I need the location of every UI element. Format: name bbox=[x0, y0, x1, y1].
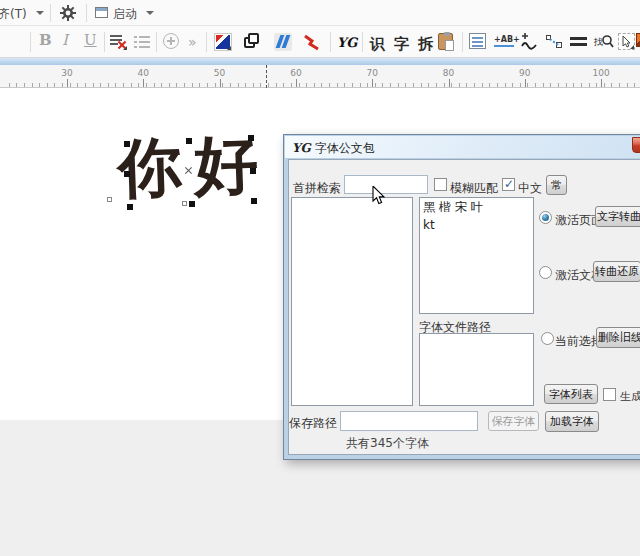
text-node-handle[interactable] bbox=[182, 201, 187, 206]
current-selection-radio[interactable] bbox=[541, 332, 554, 345]
font-path-listbox[interactable] bbox=[419, 333, 534, 406]
text-to-curve-button[interactable]: 文字转曲 bbox=[595, 206, 640, 227]
overlap-shapes-icon[interactable] bbox=[244, 33, 262, 51]
snap-dropdown-caret-icon[interactable] bbox=[36, 11, 44, 15]
radio-dot-icon bbox=[542, 214, 549, 221]
horizontal-ruler[interactable]: 30405060708090100 bbox=[0, 65, 640, 88]
result-listbox[interactable] bbox=[291, 197, 413, 406]
font-table-icon[interactable] bbox=[469, 33, 486, 49]
find-font-icon[interactable]: 找 bbox=[594, 33, 614, 51]
clipped-edge-icon[interactable] bbox=[636, 33, 640, 47]
font-name-listbox[interactable]: 黑 楷 宋 叶kt bbox=[419, 197, 534, 314]
ruler-tick-mark bbox=[296, 79, 297, 87]
delete-old-lines-button[interactable]: 删除旧线 bbox=[596, 327, 640, 348]
insert-text-icon[interactable]: +AB+ bbox=[494, 33, 514, 49]
check-icon: ✓ bbox=[504, 177, 514, 191]
ruler-tick-label: 90 bbox=[513, 68, 537, 78]
toolbar-text-plugins: B I U » bbox=[0, 26, 640, 58]
save-path-label: 保存路径 bbox=[289, 415, 337, 432]
activate-document-radio[interactable] bbox=[539, 266, 552, 279]
save-path-input[interactable] bbox=[340, 411, 478, 431]
distribute-objects-icon[interactable] bbox=[546, 33, 564, 51]
selection-handle-mid-right[interactable] bbox=[250, 168, 256, 174]
common-fonts-button[interactable]: 常 bbox=[546, 175, 567, 195]
activate-page-radio[interactable] bbox=[539, 211, 552, 224]
red-zigzag-icon[interactable] bbox=[303, 33, 321, 51]
toolbar-overflow-chevron[interactable]: » bbox=[188, 34, 197, 50]
ruler-tick-mark bbox=[143, 79, 144, 87]
selection-center-marker-icon[interactable] bbox=[184, 166, 193, 175]
yg-plugin-logo[interactable]: YG bbox=[337, 35, 357, 50]
selection-handle-top-left[interactable] bbox=[124, 141, 130, 147]
dialog-titlebar[interactable]: YG字体公文包 bbox=[285, 136, 640, 158]
options-gear-icon[interactable] bbox=[59, 4, 77, 22]
ruler-tick-label: 50 bbox=[208, 68, 232, 78]
bulleted-list-icon[interactable] bbox=[134, 33, 152, 51]
ruler-tick-label: 70 bbox=[360, 68, 384, 78]
plugin-button-2[interactable]: 字 bbox=[394, 35, 409, 54]
dialog-title: YG字体公文包 bbox=[292, 140, 375, 157]
ruler-tick-mark bbox=[449, 79, 450, 87]
launch-dropdown-caret-icon[interactable] bbox=[146, 11, 154, 15]
selection-handle-bottom-mid[interactable] bbox=[189, 201, 195, 207]
selection-handle-mid-left[interactable] bbox=[124, 171, 130, 177]
fit-text-to-curve-icon[interactable] bbox=[520, 33, 538, 51]
ruler-tick-mark bbox=[67, 79, 68, 87]
chinese-checkbox[interactable]: ✓ bbox=[502, 178, 515, 191]
ruler-tick-mark bbox=[601, 79, 602, 87]
app-window: 贴齐(T) 启动 B I U bbox=[0, 0, 640, 556]
ruler-tick-mark bbox=[220, 79, 221, 87]
page-boundary-marker bbox=[266, 65, 267, 88]
ruler-tick-label: 80 bbox=[437, 68, 461, 78]
font-briefcase-dialog: YG字体公文包 首拼检索 模糊匹配 ✓ 中文 常 黑 楷 宋 叶kt 字体文件路… bbox=[283, 134, 640, 460]
font-count-status: 共有345个字体 bbox=[346, 435, 429, 452]
ruler-top-band bbox=[0, 58, 640, 65]
generate-list-label: 生成列表 bbox=[620, 389, 640, 404]
double-slash-icon[interactable] bbox=[274, 33, 292, 51]
ruler-tick-mark bbox=[372, 79, 373, 87]
ruler-tick-label: 60 bbox=[284, 68, 308, 78]
plugin-button-3[interactable]: 拆 bbox=[418, 35, 433, 54]
load-font-button[interactable]: 加载字体 bbox=[545, 411, 599, 432]
ruler-tick-label: 40 bbox=[131, 68, 155, 78]
font-list-item[interactable]: 黑 楷 宋 叶 bbox=[420, 198, 533, 217]
snap-to-menu[interactable]: 贴齐(T) bbox=[0, 6, 27, 23]
zoom-plus-icon[interactable] bbox=[163, 33, 179, 49]
ruler-tick-label: 30 bbox=[55, 68, 79, 78]
save-font-button[interactable]: 保存字体 bbox=[488, 411, 539, 431]
text-alignment-none-icon[interactable] bbox=[110, 33, 127, 50]
toolbar-standard: 贴齐(T) 启动 bbox=[0, 0, 640, 26]
clipboard-paste-icon[interactable] bbox=[438, 33, 453, 50]
ruler-tick-mark bbox=[525, 79, 526, 87]
mouse-cursor-icon bbox=[372, 186, 386, 206]
pinyin-search-input[interactable] bbox=[344, 175, 428, 194]
curve-restore-button[interactable]: 转曲还原 bbox=[593, 261, 640, 282]
launch-window-icon bbox=[95, 7, 108, 18]
italic-button[interactable]: I bbox=[62, 31, 68, 49]
fuzzy-match-checkbox[interactable] bbox=[434, 178, 447, 191]
select-objects-icon[interactable] bbox=[618, 33, 635, 50]
selection-handle-bottom-left[interactable] bbox=[127, 204, 133, 210]
selection-handle-bottom-right[interactable] bbox=[251, 198, 257, 204]
selection-handle-top-mid[interactable] bbox=[186, 138, 192, 144]
fuzzy-match-label: 模糊匹配 bbox=[450, 180, 498, 197]
ruler-tick-label: 100 bbox=[589, 68, 613, 78]
bold-button[interactable]: B bbox=[39, 31, 52, 49]
close-button[interactable] bbox=[632, 137, 640, 153]
generate-list-checkbox[interactable] bbox=[603, 388, 616, 401]
chinese-label: 中文 bbox=[518, 180, 542, 197]
font-list-item[interactable]: kt bbox=[420, 217, 533, 233]
launch-menu[interactable]: 启动 bbox=[113, 6, 137, 23]
underline-button[interactable]: U bbox=[84, 31, 97, 49]
text-node-handle[interactable] bbox=[107, 197, 112, 202]
search-label: 首拼检索 bbox=[293, 180, 341, 197]
selection-handle-top-right[interactable] bbox=[248, 135, 254, 141]
plugin-logo-icon[interactable] bbox=[214, 33, 232, 51]
plugin-button-1[interactable]: 识 bbox=[370, 35, 385, 54]
font-list-button[interactable]: 字体列表 bbox=[544, 384, 598, 404]
double-line-icon[interactable] bbox=[570, 33, 588, 51]
